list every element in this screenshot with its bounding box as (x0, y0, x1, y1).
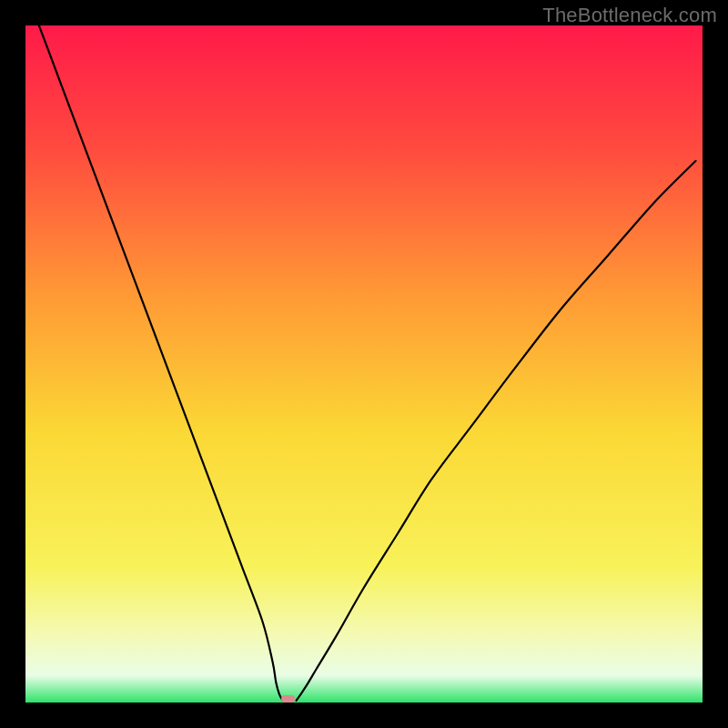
curve-canvas (25, 25, 703, 703)
plot-area (25, 25, 703, 703)
watermark-text: TheBottleneck.com (542, 4, 717, 27)
minimum-marker (281, 695, 295, 703)
chart-frame: TheBottleneck.com (0, 0, 728, 728)
